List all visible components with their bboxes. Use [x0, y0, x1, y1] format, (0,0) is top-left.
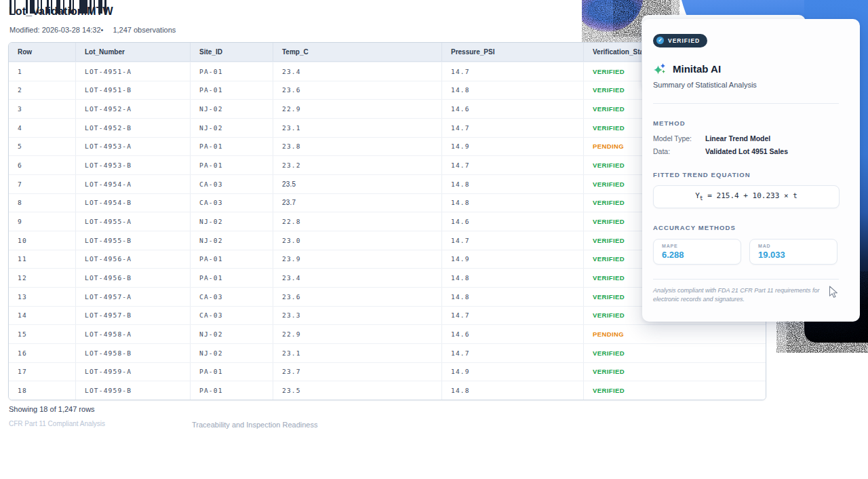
row-number-cell: 14: [9, 307, 76, 325]
table-row[interactable]: 17 LOT-4959-A PA-01 23.7 14.9 VERIFIED: [9, 362, 766, 381]
temp-cell: 23.8: [273, 138, 442, 156]
method-value: Validated Lot 4951 Sales: [705, 147, 788, 155]
lot-number-cell: LOT-4953-A: [76, 138, 191, 156]
row-number-cell: 4: [9, 119, 76, 137]
lot-number-cell: LOT-4959-A: [76, 363, 191, 381]
temp-cell: 23.6: [273, 288, 442, 306]
row-number-cell: 3: [9, 100, 76, 118]
site-id-cell: NJ-02: [191, 100, 273, 118]
status-cell: PENDING: [584, 325, 766, 343]
method-value: Linear Trend Model: [705, 134, 770, 142]
pressure-cell: 14.8: [442, 194, 584, 212]
site-id-cell: PA-01: [191, 62, 273, 81]
status-cell: VERIFIED: [584, 363, 766, 381]
column-header[interactable]: Row: [9, 43, 76, 61]
file-meta: Modified: 2026-03-28 14:32•1,247 observa…: [9, 26, 176, 34]
site-id-cell: PA-01: [191, 269, 273, 287]
column-header[interactable]: Temp_C: [273, 43, 442, 61]
temp-cell: 23.7: [273, 363, 442, 381]
pressure-cell: 14.7: [442, 119, 584, 137]
row-number-cell: 7: [9, 175, 76, 193]
site-id-cell: NJ-02: [191, 344, 273, 362]
lot-number-cell: LOT-4954-B: [76, 194, 191, 212]
lot-number-cell: LOT-4951-A: [76, 62, 191, 81]
lot-number-cell: LOT-4953-B: [76, 156, 191, 174]
barcode: [9, 0, 106, 14]
temp-cell: 23.4: [273, 269, 442, 287]
site-id-cell: CA-03: [191, 175, 273, 193]
table-row[interactable]: 18 LOT-4959-B PA-01 23.5 14.8 VERIFIED: [9, 381, 766, 400]
metric-value: 19.033: [758, 250, 837, 260]
pressure-cell: 14.9: [442, 138, 584, 156]
site-id-cell: PA-01: [191, 381, 273, 400]
site-id-cell: CA-03: [191, 288, 273, 306]
temp-cell: 23.4: [273, 62, 442, 81]
traceability-note: Traceability and Inspection Readiness: [192, 421, 317, 429]
equation-heading: FITTED TREND EQUATION: [653, 171, 849, 178]
row-number-cell: 17: [9, 363, 76, 381]
table-row[interactable]: 16 LOT-4958-B NJ-02 23.1 14.7 VERIFIED: [9, 343, 766, 362]
column-header[interactable]: Site_ID: [191, 43, 273, 61]
row-number-cell: 5: [9, 138, 76, 156]
lot-number-cell: LOT-4957-A: [76, 288, 191, 306]
pressure-cell: 14.6: [442, 325, 584, 343]
pressure-cell: 14.8: [442, 288, 584, 306]
row-number-cell: 9: [9, 212, 76, 231]
row-number-cell: 2: [9, 81, 76, 100]
lot-number-cell: LOT-4956-A: [76, 250, 191, 269]
pressure-cell: 14.7: [442, 156, 584, 174]
temp-cell: 23.3: [273, 307, 442, 325]
lot-number-cell: LOT-4954-A: [76, 175, 191, 193]
table-row[interactable]: 15 LOT-4958-A NJ-02 22.9 14.6 PENDING: [9, 324, 766, 343]
column-header[interactable]: Lot_Number: [76, 43, 191, 61]
metric-label: MAPE: [662, 244, 741, 248]
site-id-cell: CA-03: [191, 194, 273, 212]
temp-cell: 23.2: [273, 156, 442, 174]
method-heading: METHOD: [653, 119, 849, 127]
row-number-cell: 10: [9, 231, 76, 250]
temp-cell: 23.6: [273, 81, 442, 100]
panel-subtitle: Summary of Statistical Analysis: [653, 81, 849, 89]
method-rows: Model Type: Linear Trend Model Data: Val…: [653, 134, 849, 155]
divider: [653, 279, 839, 280]
site-id-cell: NJ-02: [191, 325, 273, 343]
temp-cell: 23.7: [273, 194, 442, 212]
site-id-cell: PA-01: [191, 156, 273, 174]
row-number-cell: 12: [9, 269, 76, 287]
row-number-cell: 16: [9, 344, 76, 362]
temp-cell: 23.5: [273, 175, 442, 193]
pressure-cell: 14.7: [442, 62, 584, 81]
column-header[interactable]: Pressure_PSI: [442, 43, 584, 61]
metric-card: MAPE 6.288: [653, 239, 741, 265]
pressure-cell: 14.7: [442, 344, 584, 362]
status-cell: VERIFIED: [584, 344, 766, 362]
temp-cell: 23.1: [273, 119, 442, 137]
compliance-note: CFR Part 11 Compliant Analysis: [9, 420, 105, 427]
cursor-pointer: [829, 286, 838, 299]
metric-value: 6.288: [662, 250, 741, 260]
check-circle-icon: ✓: [656, 37, 664, 44]
metric-label: MAD: [758, 244, 837, 248]
pressure-cell: 14.9: [442, 363, 584, 381]
row-number-cell: 15: [9, 325, 76, 343]
row-number-cell: 18: [9, 381, 76, 400]
site-id-cell: NJ-02: [191, 212, 273, 231]
lot-number-cell: LOT-4955-A: [76, 212, 191, 231]
compliance-footnote: Analysis compliant with FDA 21 CFR Part …: [653, 286, 840, 305]
minitab-ai-panel: ✓ VERIFIED Minitab AI Summary of Statist…: [642, 19, 860, 322]
accuracy-metrics: MAPE 6.288 MAD 19.033: [653, 239, 837, 265]
row-number-cell: 8: [9, 194, 76, 212]
method-label: Data:: [653, 147, 705, 155]
temp-cell: 23.5: [273, 381, 442, 400]
lot-number-cell: LOT-4959-B: [76, 381, 191, 400]
row-number-cell: 6: [9, 156, 76, 174]
lot-number-cell: LOT-4957-B: [76, 307, 191, 325]
sparkle-icon: [653, 62, 667, 76]
pressure-cell: 14.6: [442, 100, 584, 118]
site-id-cell: CA-03: [191, 307, 273, 325]
lot-number-cell: LOT-4952-B: [76, 119, 191, 137]
site-id-cell: PA-01: [191, 250, 273, 269]
lot-number-cell: LOT-4952-A: [76, 100, 191, 118]
row-number-cell: 11: [9, 250, 76, 269]
site-id-cell: PA-01: [191, 363, 273, 381]
